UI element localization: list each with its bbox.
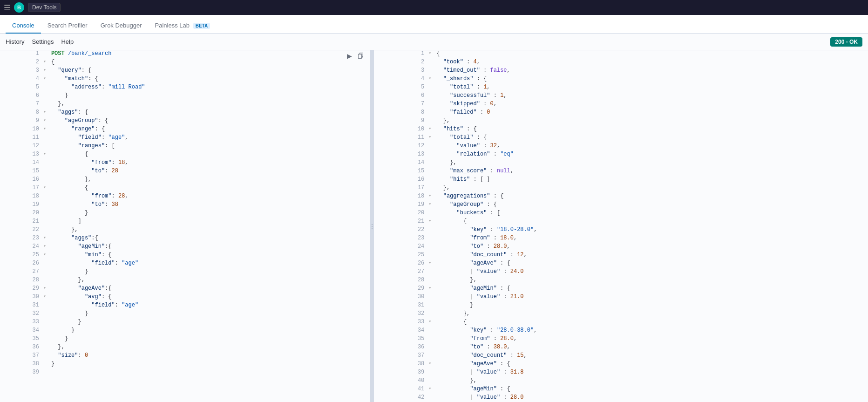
fold-toggle[interactable]: ▾ — [428, 50, 434, 59]
fold-toggle — [43, 193, 49, 201]
code-line: "from" : 28.0, — [434, 335, 868, 344]
code-line: | "value" : 31.8 — [434, 369, 868, 377]
table-row: 24 "to" : 28.0, — [374, 243, 868, 252]
code-line: "field": "age" — [49, 260, 370, 268]
fold-toggle[interactable]: ▾ — [43, 109, 49, 117]
left-pane: ▶ 🗍 1POST /bank/_search2▾{3▾ "query": {4… — [0, 50, 370, 402]
table-row: 32 } — [0, 310, 370, 319]
line-number: 17 — [374, 184, 428, 193]
code-line: "ageGroup": { — [49, 117, 370, 126]
code-line: "buckets" : [ — [434, 210, 868, 218]
fold-toggle[interactable]: ▾ — [428, 260, 434, 268]
fold-toggle[interactable]: ▾ — [43, 293, 49, 302]
fold-toggle[interactable]: ▾ — [43, 184, 49, 193]
table-row: 12 "value" : 32, — [374, 143, 868, 151]
table-row: 25 "doc_count" : 12, — [374, 252, 868, 260]
fold-toggle[interactable]: ▾ — [428, 126, 434, 134]
fold-toggle — [43, 134, 49, 143]
fold-toggle[interactable]: ▾ — [428, 285, 434, 293]
code-line: | "value" : 21.0 — [434, 293, 868, 302]
tab-painless-lab[interactable]: Painless Lab BETA — [149, 18, 217, 34]
fold-toggle[interactable]: ▾ — [428, 386, 434, 394]
code-line: "value" : 32, — [434, 143, 868, 151]
fold-toggle[interactable]: ▾ — [43, 285, 49, 293]
line-number: 6 — [374, 92, 428, 101]
dev-tools-button[interactable]: Dev Tools — [28, 3, 61, 12]
left-code-area[interactable]: ▶ 🗍 1POST /bank/_search2▾{3▾ "query": {4… — [0, 50, 370, 402]
line-number: 14 — [374, 159, 428, 168]
fold-toggle — [428, 235, 434, 243]
code-line: } — [49, 210, 370, 218]
line-number: 3 — [0, 67, 43, 75]
code-line: } — [49, 319, 370, 327]
fold-toggle[interactable]: ▾ — [43, 75, 49, 84]
run-button[interactable]: ▶ — [345, 51, 354, 61]
code-line: { — [434, 50, 868, 59]
copy-button[interactable]: 🗍 — [356, 51, 366, 61]
line-number: 27 — [374, 268, 428, 277]
history-button[interactable]: History — [6, 38, 24, 45]
tab-search-profiler[interactable]: Search Profiler — [41, 18, 94, 34]
fold-toggle[interactable]: ▾ — [428, 134, 434, 143]
fold-toggle[interactable]: ▾ — [43, 117, 49, 126]
fold-toggle[interactable]: ▾ — [428, 75, 434, 84]
line-number: 35 — [0, 335, 43, 344]
fold-toggle[interactable]: ▾ — [43, 235, 49, 243]
table-row: 39 — [0, 369, 370, 377]
fold-toggle[interactable]: ▾ — [43, 126, 49, 134]
table-row: 19 "to": 38 — [0, 201, 370, 210]
line-number: 36 — [0, 344, 43, 352]
hamburger-icon[interactable]: ☰ — [4, 3, 10, 12]
fold-toggle — [428, 352, 434, 361]
table-row: 11 "field": "age", — [0, 134, 370, 143]
fold-toggle[interactable]: ▾ — [428, 201, 434, 210]
fold-toggle — [428, 252, 434, 260]
table-row: 11▾ "total" : { — [374, 134, 868, 143]
table-row: 27 | "value" : 24.0 — [374, 268, 868, 277]
line-number: 23 — [0, 235, 43, 243]
code-line: }, — [434, 310, 868, 319]
table-row: 30▾ "avg": { — [0, 293, 370, 302]
table-row: 5 "address": "mill Road" — [0, 84, 370, 92]
code-line: { — [49, 59, 370, 67]
fold-toggle — [428, 369, 434, 377]
line-number: 3 — [374, 67, 428, 75]
line-number: 20 — [374, 210, 428, 218]
code-line: "key" : "28.0-38.0", — [434, 327, 868, 335]
table-row: 20 "buckets" : [ — [374, 210, 868, 218]
fold-toggle[interactable]: ▾ — [43, 67, 49, 75]
fold-toggle[interactable]: ▾ — [43, 151, 49, 159]
fold-toggle — [43, 176, 49, 184]
table-row: 26 "field": "age" — [0, 260, 370, 268]
nav-tabs: Console Search Profiler Grok Debugger Pa… — [0, 15, 868, 34]
code-line: }, — [49, 176, 370, 184]
fold-toggle[interactable]: ▾ — [428, 319, 434, 327]
table-row: 37 "size": 0 — [0, 352, 370, 361]
pane-divider[interactable]: ⋮ — [370, 50, 374, 402]
fold-toggle[interactable]: ▾ — [428, 361, 434, 369]
line-number: 24 — [0, 243, 43, 252]
fold-toggle[interactable]: ▾ — [428, 193, 434, 201]
help-button[interactable]: Help — [61, 38, 74, 45]
tab-console[interactable]: Console — [6, 18, 41, 34]
fold-toggle[interactable]: ▾ — [43, 243, 49, 252]
line-number: 27 — [0, 268, 43, 277]
line-number: 32 — [374, 310, 428, 319]
code-line: "_shards" : { — [434, 75, 868, 84]
code-line: "doc_count" : 12, — [434, 252, 868, 260]
line-number: 4 — [0, 75, 43, 84]
line-number: 30 — [374, 293, 428, 302]
fold-toggle[interactable]: ▾ — [428, 218, 434, 226]
fold-toggle — [43, 327, 49, 335]
fold-toggle[interactable]: ▾ — [43, 252, 49, 260]
line-number: 28 — [0, 277, 43, 285]
right-pane[interactable]: 1▾{2 "took" : 4,3 "timed_out" : false,4▾… — [374, 50, 868, 402]
code-line: "ageAve" : { — [434, 361, 868, 369]
fold-toggle[interactable]: ▾ — [43, 59, 49, 67]
code-line: "query": { — [49, 67, 370, 75]
settings-button[interactable]: Settings — [32, 38, 54, 45]
table-row: 4▾ "_shards" : { — [374, 75, 868, 84]
tab-grok-debugger[interactable]: Grok Debugger — [94, 18, 149, 34]
fold-toggle — [43, 168, 49, 176]
code-line: { — [49, 151, 370, 159]
